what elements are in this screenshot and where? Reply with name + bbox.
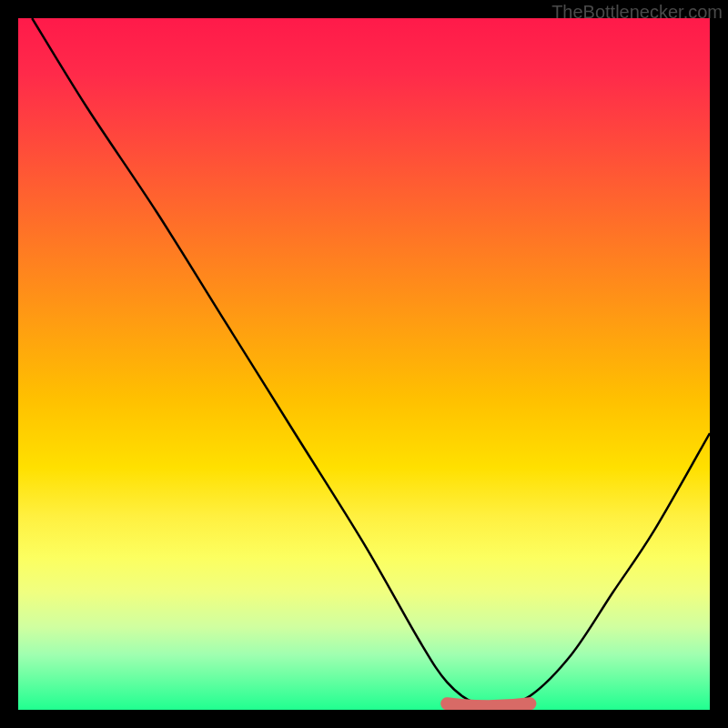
optimal-range-marker xyxy=(447,703,530,706)
watermark-text: TheBottlenecker.com xyxy=(551,2,723,23)
plot-area xyxy=(18,18,710,710)
chart-svg xyxy=(18,18,710,710)
chart-container: TheBottlenecker.com xyxy=(0,0,728,728)
bottleneck-curve xyxy=(32,18,710,704)
